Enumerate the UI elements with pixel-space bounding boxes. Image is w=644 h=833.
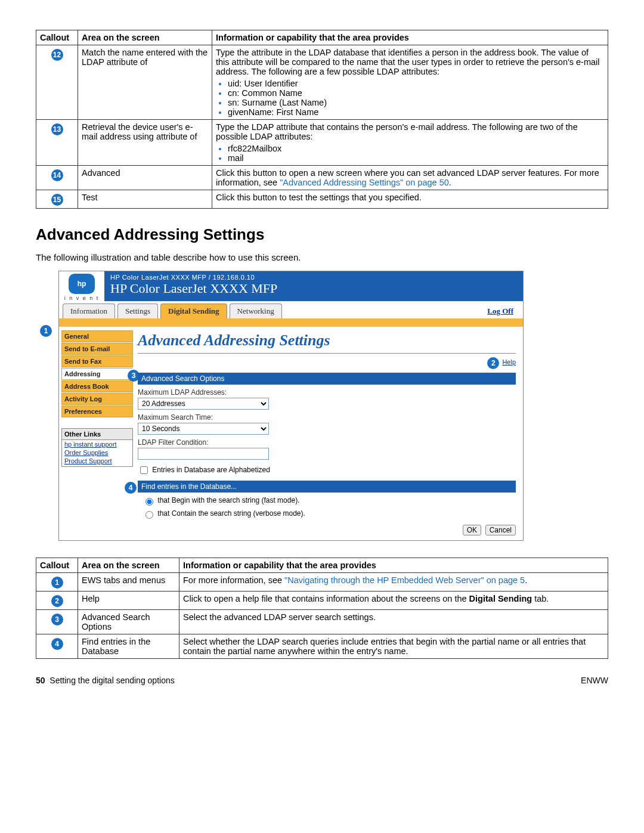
breadcrumb: HP Color LaserJet XXXX MFP / 192.168.0.1… (110, 274, 517, 281)
label-max-addresses: Maximum LDAP Addresses: (138, 388, 516, 397)
table-row: 1 EWS tabs and menus For more informatio… (36, 573, 608, 592)
top-callout-table: Callout Area on the screen Information o… (36, 30, 608, 209)
other-links-header: Other Links (61, 428, 133, 440)
tabbar: Information Settings Digital Sending Net… (59, 301, 523, 318)
sidebar: General Send to E-mail Send to Fax Addre… (59, 327, 135, 540)
label-contain: that Contain the search string (verbose … (157, 509, 305, 518)
orange-bar (59, 318, 523, 327)
input-filter-condition[interactable] (138, 448, 269, 460)
intro-text: The following illustration and table des… (36, 252, 608, 262)
page-number: 50 (36, 676, 45, 685)
callout-badge: 4 (51, 638, 63, 650)
th-info: Information or capability that the area … (179, 558, 608, 573)
footer-left: Setting the digital sending options (49, 676, 174, 685)
table-row: 15 Test Click this button to test the se… (36, 190, 608, 209)
bullet-list: uid: User Identifier cn: Common Name sn:… (216, 79, 604, 117)
label-begin-with: that Begin with the search string (fast … (157, 496, 299, 504)
tab-networking[interactable]: Networking (230, 304, 282, 318)
callout-badge: 15 (51, 194, 63, 206)
tab-digital-sending[interactable]: Digital Sending (160, 304, 227, 318)
section-bar-find-entries: 4 Find entries in the Database... (138, 481, 516, 493)
callout-badge: 14 (51, 169, 63, 181)
callout-badge: 12 (51, 49, 63, 61)
table-row: 14 Advanced Click this button to open a … (36, 166, 608, 190)
select-max-addresses[interactable]: 20 Addresses (138, 398, 269, 410)
link-order-supplies[interactable]: Order Supplies (62, 448, 132, 457)
bullet-list: rfc822Mailbox mail (216, 144, 604, 163)
tab-settings[interactable]: Settings (117, 304, 158, 318)
table-row: 13 Retrieval the device user's e-mail ad… (36, 120, 608, 166)
sidebar-item-addressing[interactable]: Addressing 3 (61, 368, 133, 380)
page-footer: 50 Setting the digital sending options E… (36, 676, 608, 685)
header-title-block: HP Color LaserJet XXXX MFP / 192.168.0.1… (104, 271, 523, 301)
sidebar-item-send-fax[interactable]: Send to Fax (61, 355, 133, 367)
sidebar-item-address-book[interactable]: Address Book (61, 380, 133, 392)
th-callout: Callout (36, 558, 78, 573)
footer-right: ENWW (581, 676, 608, 685)
sidebar-item-general[interactable]: General (61, 330, 133, 342)
tab-information[interactable]: Information (63, 304, 115, 318)
callout-badge: 13 (51, 123, 63, 135)
checkbox-alphabetized[interactable] (140, 466, 148, 474)
section-bar-advanced-search: Advanced Search Options (138, 373, 516, 385)
radio-contain[interactable] (145, 511, 153, 519)
label-filter-condition: LDAP Filter Condition: (138, 438, 516, 447)
section-heading: Advanced Addressing Settings (36, 225, 608, 244)
callout-badge: 2 (51, 595, 63, 607)
device-title: HP Color LaserJet XXXX MFP (110, 281, 517, 296)
table-row: 4 Find entries in the Database Select wh… (36, 634, 608, 659)
info-help-cell: Click to open a help file that contains … (179, 592, 608, 610)
callout-badge: 1 (40, 325, 52, 337)
sidebar-item-activity-log[interactable]: Activity Log (61, 393, 133, 405)
ews-screenshot: 1 hp i n v e n t HP Color LaserJet XXXX … (58, 271, 524, 541)
logoff-link[interactable]: Log Off (481, 304, 519, 318)
callout-badge: 4 (125, 482, 137, 494)
th-area: Area on the screen (78, 30, 212, 45)
th-callout: Callout (36, 30, 78, 45)
callout-badge: 3 (51, 614, 63, 625)
cross-ref-link[interactable]: "Navigating through the HP Embedded Web … (284, 575, 525, 585)
link-instant-support[interactable]: hp instant support (62, 440, 132, 448)
main-pane: Advanced Addressing Settings 2 Help Adva… (135, 327, 523, 540)
table-row: 3 Advanced Search Options Select the adv… (36, 610, 608, 634)
help-link[interactable]: Help (502, 358, 516, 366)
th-info: Information or capability that the area … (212, 30, 608, 45)
label-alphabetized: Entries in Database are Alphabetized (152, 466, 270, 474)
callout-badge: 1 (51, 577, 63, 589)
select-max-time[interactable]: 10 Seconds (138, 423, 269, 435)
table-row: 2 Help Click to open a help file that co… (36, 592, 608, 610)
radio-begin-with[interactable] (145, 498, 153, 506)
table-row: 12 Match the name entered with the LDAP … (36, 45, 608, 120)
link-product-support[interactable]: Product Support (62, 457, 132, 465)
sidebar-item-preferences[interactable]: Preferences (61, 405, 133, 417)
callout-badge: 2 (487, 357, 499, 369)
ok-button[interactable]: OK (463, 525, 481, 535)
cancel-button[interactable]: Cancel (485, 525, 516, 535)
pane-title: Advanced Addressing Settings (138, 332, 516, 354)
cross-ref-link[interactable]: "Advanced Addressing Settings" on page 5… (280, 178, 449, 187)
hp-logo-block: hp i n v e n t (59, 271, 104, 301)
bottom-callout-table: Callout Area on the screen Information o… (36, 558, 608, 659)
sidebar-item-send-email[interactable]: Send to E-mail (61, 343, 133, 355)
th-area: Area on the screen (78, 558, 179, 573)
hp-logo-icon: hp (69, 274, 95, 294)
label-max-time: Maximum Search Time: (138, 413, 516, 422)
